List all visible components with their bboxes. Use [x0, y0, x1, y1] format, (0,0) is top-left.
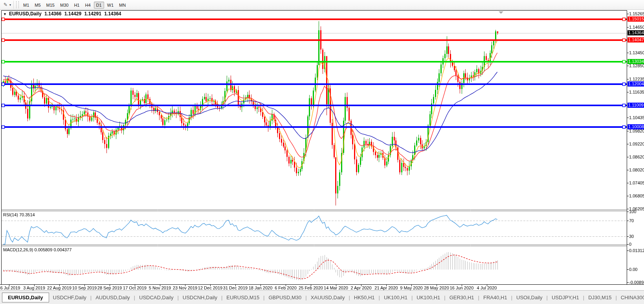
price-tick-label: 1.13450 [629, 50, 644, 55]
timeframe-button-m30[interactable]: M30 [58, 2, 71, 9]
price-badge: 1.12004 [627, 81, 644, 87]
price-tick-label: 1.10435 [629, 115, 644, 120]
symbol-tab-usoil-daily[interactable]: USOil,Daily [512, 293, 546, 302]
timeframe-button-m15[interactable]: M15 [44, 2, 57, 9]
dropdown-caret-icon[interactable]: ▾ [9, 3, 11, 7]
macd-indicator-label: MACD(12,26,9) 0.005809 0.004377 [3, 247, 72, 252]
timeframe-button-w1[interactable]: W1 [105, 2, 116, 9]
price-badge: 1.13034 [627, 59, 644, 64]
price-badge: 1.11009 [627, 103, 644, 108]
price-badge: 1.14047 [627, 37, 644, 42]
macd-tick-label: 0.013121 [629, 248, 644, 253]
timeframe-button-d1[interactable]: D1 [94, 2, 104, 9]
rsi-tick-label: 30 [629, 234, 634, 239]
symbol-tab-usdchf-daily[interactable]: USDCHF,Daily [49, 293, 90, 302]
price-tick-label: 1.09220 [629, 142, 644, 146]
ohlc-high: 1.14429 [64, 11, 81, 17]
chart-title: ▼EURUSD,Daily 1.14366 1.14429 1.14291 1.… [3, 11, 123, 17]
toolbar-separator [13, 1, 14, 9]
timeframe-button-group: M1M5M15M30H1H4D1W1MN [20, 1, 128, 8]
macd-tick-label: -0.008933 [629, 280, 644, 285]
price-tick-label: 1.06805 [629, 193, 644, 198]
rsi-tick-label: 0 [629, 242, 631, 247]
symbol-tab-uk100-h1[interactable]: UK100,H1 [413, 293, 444, 302]
timeframe-button-h1[interactable]: H1 [72, 2, 82, 9]
trading-terminal: ✎ ▾ M1M5M15M30H1H4D1W1MN ▼EURUSD,Daily 1… [0, 0, 644, 304]
timeframe-button-m1[interactable]: M1 [21, 2, 31, 9]
chart-symbol-label: EURUSD,Daily [9, 11, 42, 17]
symbol-tab-audusd-daily[interactable]: AUDUSD,Daily [92, 293, 134, 302]
rsi-tick-label: 100 [629, 209, 636, 214]
symbol-tab-ger30-h1[interactable]: GER30,H1 [446, 293, 478, 302]
timeframe-button-h4[interactable]: H4 [83, 2, 93, 9]
ohlc-low: 1.14291 [84, 11, 101, 17]
symbol-tab-china300-h4[interactable]: CHINA300,H4 [617, 293, 644, 302]
date-label: 4 Jul 2020 [471, 286, 503, 290]
ohlc-close: 1.14364 [104, 11, 121, 17]
price-tick-label: 1.07405 [629, 181, 644, 185]
symbol-tab-xauusd-daily[interactable]: XAUUSD,Daily [307, 293, 349, 302]
timeframe-button-mn[interactable]: MN [117, 2, 128, 9]
symbol-tab-gbpusd-m30[interactable]: GBPUSD,M30 [265, 293, 306, 302]
symbol-tab-usdcnh-daily[interactable]: USDCNH,Daily [179, 293, 221, 302]
price-tick-label: 1.09820 [629, 129, 644, 133]
price-tick-label: 1.08620 [629, 155, 644, 159]
symbol-tab-usdjpy-h1[interactable]: USDJPY,H1 [548, 293, 583, 302]
ohlc-open: 1.14366 [44, 11, 61, 17]
symbol-tab-uk100-h1[interactable]: UK100,H1 [380, 293, 411, 302]
price-tick-label: 1.15265 [629, 11, 644, 16]
price-badge: 1.15015 [627, 17, 644, 22]
rsi-tick-label: 70 [629, 218, 634, 223]
symbol-tab-usdcad-daily[interactable]: USDCAD,Daily [135, 293, 177, 302]
price-badge: 1.14364 [627, 30, 644, 35]
chart-menu-icon[interactable]: ▼ [3, 12, 7, 16]
price-tick-label: 1.11635 [629, 90, 644, 94]
symbol-tab-eurusd-daily[interactable]: EURUSD,Daily [2, 293, 49, 302]
timeframe-button-m5[interactable]: M5 [32, 2, 43, 9]
rsi-indicator-label: RSI(14) 70.3514 [3, 212, 35, 217]
price-chart-canvas[interactable] [0, 0, 644, 304]
price-tick-label: 1.12235 [629, 77, 644, 81]
symbol-tab-bar: EURUSD,DailyUSDCHF,Daily|AUDUSD,Daily|US… [0, 290, 644, 304]
macd-tick-label: 0.00 [629, 267, 637, 272]
symbol-tab-hk50-h1[interactable]: HK50,H1 [350, 293, 379, 302]
chart-shift-marker-icon[interactable] [499, 11, 503, 14]
symbol-tab-eurusd-m15[interactable]: EURUSD,M15 [222, 293, 263, 302]
price-badge: 1.10008 [627, 124, 644, 129]
top-toolbar: ✎ ▾ M1M5M15M30H1H4D1W1MN [0, 0, 644, 10]
price-tick-label: 1.14650 [629, 25, 644, 29]
price-tick-label: 1.08020 [629, 168, 644, 172]
chart-tools-icon[interactable]: ✎ [2, 2, 9, 8]
symbol-tab-fra40-h1[interactable]: FRA40,H1 [479, 293, 511, 302]
symbol-tab-dj30-m15[interactable]: DJ30,M15 [584, 293, 615, 302]
toolbar-grip[interactable] [16, 1, 19, 8]
